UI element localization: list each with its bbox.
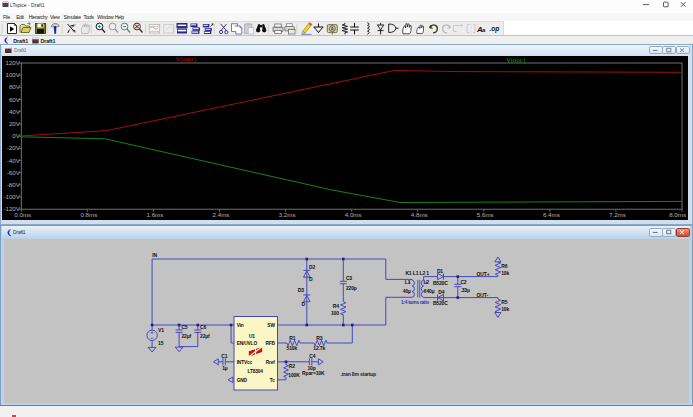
svg-text:10k: 10k: [501, 270, 509, 276]
svg-text:V(out+): V(out+): [176, 55, 196, 62]
svg-text:12.7k: 12.7k: [313, 345, 325, 351]
svg-text:22µf: 22µf: [181, 333, 191, 339]
svg-text:R4: R4: [332, 303, 338, 309]
svg-text:220p: 220p: [345, 285, 356, 291]
svg-text:Vin: Vin: [236, 323, 243, 328]
svg-text:U1: U1: [248, 334, 254, 339]
svg-text:OUT+: OUT+: [476, 271, 489, 277]
svg-text:1:4 turns ratio: 1:4 turns ratio: [401, 300, 429, 305]
svg-text:R6: R6: [501, 263, 507, 269]
svg-text:6.4ms: 6.4ms: [543, 211, 560, 218]
svg-text:0.8ms: 0.8ms: [80, 211, 97, 218]
svg-text:4.8ms: 4.8ms: [411, 211, 428, 218]
svg-text:D2: D2: [309, 264, 315, 270]
svg-text:100V: 100V: [5, 71, 20, 78]
svg-text:3.2ms: 3.2ms: [279, 211, 296, 218]
svg-text:V1: V1: [158, 327, 164, 333]
svg-text:C3: C3: [345, 275, 351, 281]
svg-text:-100V: -100V: [3, 193, 20, 200]
svg-text:R2: R2: [288, 363, 294, 369]
svg-text:.33µ: .33µ: [460, 287, 470, 293]
svg-text:LT8304: LT8304: [247, 369, 263, 374]
svg-text:60V: 60V: [9, 96, 21, 103]
svg-text:C6: C6: [200, 324, 206, 330]
svg-text:10k: 10k: [501, 306, 509, 312]
svg-text:-60V: -60V: [7, 169, 21, 176]
svg-text:40V: 40V: [9, 108, 21, 115]
svg-text:1µ: 1µ: [222, 365, 228, 371]
svg-text:R1: R1: [289, 335, 295, 341]
svg-text:15: 15: [158, 340, 164, 346]
svg-text:V(out-): V(out-): [507, 56, 526, 63]
svg-text:R3: R3: [316, 335, 322, 341]
svg-text:D4: D4: [438, 289, 444, 295]
svg-text:D: D: [309, 276, 313, 282]
svg-text:L2: L2: [423, 279, 429, 285]
svg-text:GND: GND: [236, 378, 247, 383]
svg-text:B520C: B520C: [432, 300, 447, 306]
svg-text:OUT-: OUT-: [476, 292, 488, 298]
svg-text:0.0ms: 0.0ms: [14, 211, 31, 218]
svg-text:K1 L1 L2 1: K1 L1 L2 1: [405, 270, 429, 276]
svg-text:2.4ms: 2.4ms: [213, 211, 230, 218]
svg-text:C5: C5: [181, 324, 187, 330]
svg-text:IN: IN: [152, 252, 157, 258]
svg-text:SW: SW: [267, 323, 275, 328]
svg-text:L1: L1: [404, 279, 410, 285]
svg-text:EN/UVLO: EN/UVLO: [236, 341, 257, 346]
svg-text:22µf: 22µf: [200, 333, 210, 339]
svg-text:INTVcc: INTVcc: [236, 360, 252, 365]
svg-text:a: a: [482, 27, 486, 33]
svg-text:510k: 510k: [286, 345, 297, 351]
svg-text:7.2ms: 7.2ms: [609, 211, 626, 218]
svg-text:640µ: 640µ: [423, 288, 434, 294]
svg-text:40µ: 40µ: [402, 288, 410, 294]
svg-text:80V: 80V: [9, 83, 21, 90]
svg-text:.op: .op: [490, 25, 500, 33]
svg-text:Rref: Rref: [265, 360, 275, 365]
svg-text:RFB: RFB: [265, 341, 275, 346]
svg-text:C4: C4: [309, 353, 315, 359]
svg-text:-80V: -80V: [7, 181, 21, 188]
svg-text:Rpar=10K: Rpar=10K: [302, 370, 325, 376]
svg-text:20V: 20V: [9, 120, 21, 127]
svg-text:.tran 8m startup: .tran 8m startup: [340, 371, 375, 377]
svg-text:-40V: -40V: [7, 157, 21, 164]
svg-text:D1: D1: [436, 268, 442, 274]
svg-text:C1: C1: [221, 353, 227, 359]
svg-text:D3: D3: [297, 287, 303, 293]
svg-text:R5: R5: [501, 299, 507, 305]
svg-text:5.6ms: 5.6ms: [477, 211, 494, 218]
svg-text:D: D: [301, 301, 305, 307]
svg-text:8.0ms: 8.0ms: [669, 211, 686, 218]
svg-text:100K: 100K: [288, 372, 300, 378]
svg-text:B520C: B520C: [432, 280, 447, 286]
svg-text:C2: C2: [460, 279, 466, 285]
svg-text:100: 100: [330, 310, 338, 316]
svg-text:-20V: -20V: [7, 144, 21, 151]
svg-text:0V: 0V: [12, 132, 20, 139]
svg-text:4.0ms: 4.0ms: [345, 211, 362, 218]
svg-text:120V: 120V: [5, 59, 20, 66]
svg-text:Tc: Tc: [269, 378, 274, 383]
svg-text:1.6ms: 1.6ms: [147, 211, 164, 218]
